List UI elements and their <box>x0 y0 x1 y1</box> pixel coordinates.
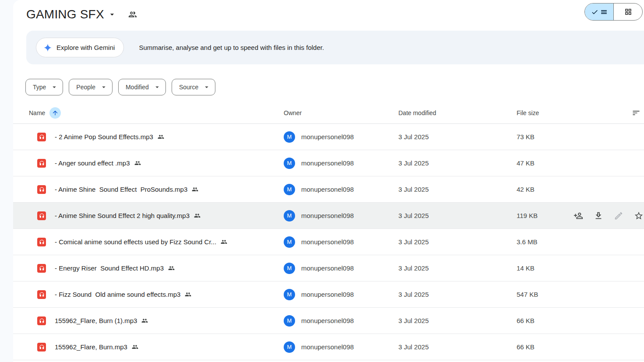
shared-people-icon <box>158 134 164 140</box>
owner-cell: M monupersonel098 <box>284 210 398 221</box>
chevron-down-icon <box>153 83 161 91</box>
explore-gemini-button[interactable]: Explore with Gemini <box>36 38 124 57</box>
owner-avatar: M <box>284 315 295 327</box>
file-row[interactable]: - Anger sound effect .mp3 M monupersonel… <box>13 150 644 176</box>
list-view-button[interactable] <box>585 4 613 20</box>
file-type-cell <box>13 185 55 194</box>
row-actions <box>574 211 644 221</box>
file-name: - 2 Anime Pop Sound Effects.mp3 <box>55 133 153 141</box>
file-type-cell <box>13 343 55 351</box>
file-name-cell: - 2 Anime Pop Sound Effects.mp3 <box>55 133 284 141</box>
file-row[interactable]: 155962_Flare, Burn (1).mp3 M monupersone… <box>13 308 644 334</box>
chevron-down-icon <box>203 83 211 91</box>
file-row[interactable]: - Anime Shine Sound Effect 2 high qualit… <box>13 203 644 229</box>
owner-avatar: M <box>284 289 295 300</box>
file-type-cell <box>13 238 55 246</box>
audio-file-icon <box>37 133 46 141</box>
filter-type-label: Type <box>33 84 46 91</box>
file-name: - Anime Shine Sound Effect ProSounds.mp3 <box>55 186 187 193</box>
filter-people[interactable]: People <box>69 79 113 95</box>
folder-shared-icon[interactable] <box>128 10 137 19</box>
file-name: 155962_Flare, Burn (1).mp3 <box>55 317 137 324</box>
file-row[interactable]: - Comical anime sound effects used by Fi… <box>13 229 644 255</box>
view-toggle <box>584 3 643 21</box>
folder-header: GAMING SFX <box>13 0 644 24</box>
date-modified-cell: 3 Jul 2025 <box>398 264 517 272</box>
filter-modified[interactable]: Modified <box>118 79 166 95</box>
shared-people-icon <box>134 160 141 166</box>
owner-cell: M monupersonel098 <box>284 184 398 195</box>
owner-name: monupersonel098 <box>301 317 354 324</box>
file-name: - Fizz Sound Old anime sound effects.mp3 <box>55 291 180 298</box>
file-size-cell: 14 KB <box>517 264 574 272</box>
column-header-owner[interactable]: Owner <box>284 109 398 116</box>
file-name-cell: 155962_Flare, Burn (1).mp3 <box>55 317 284 324</box>
shared-people-icon <box>132 344 138 350</box>
owner-name: monupersonel098 <box>301 343 354 351</box>
column-header-name[interactable]: Name <box>13 107 284 119</box>
owner-avatar: M <box>284 263 295 274</box>
date-modified-cell: 3 Jul 2025 <box>398 159 517 167</box>
file-table-header: Name Owner Date modified File size <box>13 102 644 124</box>
owner-avatar: M <box>284 236 295 248</box>
sort-options-icon <box>632 109 640 117</box>
file-row[interactable]: - 2 Anime Pop Sound Effects.mp3 M monupe… <box>13 124 644 150</box>
owner-avatar: M <box>284 184 295 195</box>
file-type-cell <box>13 159 55 168</box>
star-button[interactable] <box>634 211 644 221</box>
file-size-cell: 42 KB <box>517 186 574 193</box>
owner-cell: M monupersonel098 <box>284 315 398 327</box>
grid-view-icon <box>624 8 632 16</box>
audio-file-icon <box>37 316 46 325</box>
file-list: - 2 Anime Pop Sound Effects.mp3 M monupe… <box>13 124 644 360</box>
audio-file-icon <box>37 238 46 246</box>
owner-cell: M monupersonel098 <box>284 289 398 300</box>
column-header-size[interactable]: File size <box>517 109 574 116</box>
chevron-down-icon <box>100 83 108 91</box>
owner-cell: M monupersonel098 <box>284 341 398 353</box>
file-type-cell <box>13 316 55 325</box>
date-modified-cell: 3 Jul 2025 <box>398 291 517 298</box>
owner-name: monupersonel098 <box>301 159 354 167</box>
owner-avatar: M <box>284 131 295 143</box>
date-modified-cell: 3 Jul 2025 <box>398 133 517 141</box>
audio-file-icon <box>37 159 46 168</box>
shared-people-icon <box>141 317 148 324</box>
audio-file-icon <box>37 343 46 351</box>
file-name: - Comical anime sound effects used by Fi… <box>55 238 216 246</box>
shared-people-icon <box>192 186 198 193</box>
owner-name: monupersonel098 <box>301 291 354 298</box>
file-row[interactable]: - Fizz Sound Old anime sound effects.mp3… <box>13 281 644 308</box>
drive-content-panel: GAMING SFX <box>13 0 644 362</box>
shared-people-icon <box>168 265 175 271</box>
file-type-cell <box>13 264 55 273</box>
filter-source[interactable]: Source <box>172 79 215 95</box>
file-row[interactable]: - Anime Shine Sound Effect ProSounds.mp3… <box>13 176 644 203</box>
file-type-cell <box>13 290 55 299</box>
file-name-cell: - Anime Shine Sound Effect 2 high qualit… <box>55 212 284 219</box>
file-name-cell: - Comical anime sound effects used by Fi… <box>55 238 284 246</box>
gemini-star-icon <box>43 43 52 52</box>
file-row[interactable]: 155962_Flare, Burn.mp3 M monupersonel098… <box>13 334 644 360</box>
explore-gemini-label: Explore with Gemini <box>56 44 115 51</box>
sort-ascending-icon[interactable] <box>49 107 61 119</box>
file-name-cell: 155962_Flare, Burn.mp3 <box>55 343 284 351</box>
share-button[interactable] <box>574 211 583 221</box>
download-button[interactable] <box>594 211 603 221</box>
file-size-cell: 47 KB <box>517 159 574 167</box>
owner-cell: M monupersonel098 <box>284 131 398 143</box>
filter-bar: Type People Modified Source <box>25 79 644 95</box>
rename-button[interactable] <box>614 211 623 221</box>
grid-view-button[interactable] <box>613 4 642 20</box>
filter-type[interactable]: Type <box>25 79 63 95</box>
owner-avatar: M <box>284 158 295 169</box>
list-settings-button[interactable] <box>574 109 644 117</box>
file-row[interactable]: - Energy Riser Sound Effect HD.mp3 M mon… <box>13 255 644 281</box>
shared-people-icon <box>185 291 191 298</box>
owner-avatar: M <box>284 341 295 353</box>
file-name: - Anime Shine Sound Effect 2 high qualit… <box>55 212 190 219</box>
folder-title[interactable]: GAMING SFX <box>26 7 104 21</box>
column-header-modified[interactable]: Date modified <box>398 109 517 116</box>
folder-dropdown-icon[interactable] <box>108 10 116 19</box>
owner-name: monupersonel098 <box>301 264 354 272</box>
